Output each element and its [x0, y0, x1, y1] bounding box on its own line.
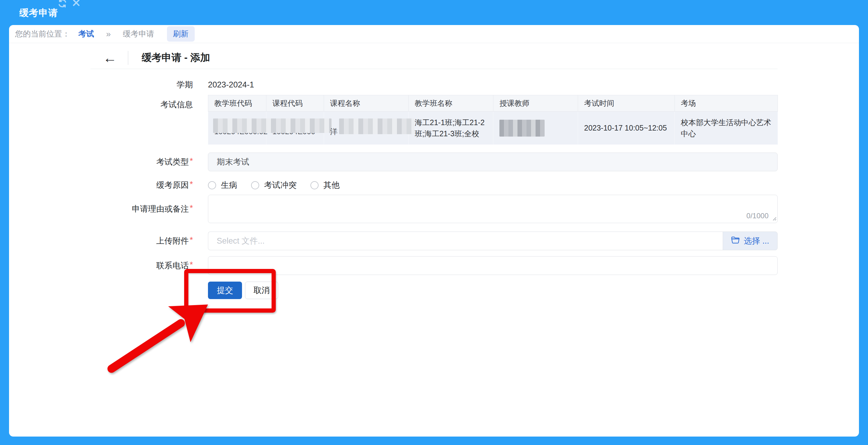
cell-class-names: 海工21-1班;海工21-2班;海工21-3班;全校 — [409, 112, 493, 145]
cell-exam-time: 2023-10-17 10:05~12:05 — [578, 112, 675, 145]
radio-icon[interactable] — [310, 181, 318, 189]
col-teaching-class-code: 教学班代码 — [208, 95, 267, 112]
redaction-block — [499, 120, 545, 137]
radio-exam-conflict[interactable]: 考试冲突 — [251, 180, 297, 190]
back-button[interactable]: ← — [103, 51, 117, 65]
screen: 缓考申请 您的当前位置： 考试 » 缓考申请 刷新 ← 缓考申请 - 添加 学期… — [0, 0, 868, 445]
required-mark: * — [190, 180, 193, 189]
col-class-names: 教学班名称 — [409, 95, 493, 112]
exam-type-label: 考试类型* — [90, 156, 193, 167]
cell-exam-room: 校本部大学生活动中心艺术中心 — [675, 112, 778, 145]
cell-teaching-class-code: 100204E000.02 — [208, 112, 267, 145]
radio-icon[interactable] — [251, 181, 259, 189]
required-mark: * — [190, 260, 193, 269]
remark-row: 申请理由或备注* 0/1000 — [90, 195, 778, 223]
page-title: 缓考申请 - 添加 — [142, 51, 210, 64]
title-divider — [128, 51, 128, 65]
redaction-block — [339, 118, 414, 134]
exam-info-table: 教学班代码 课程代码 课程名称 教学班名称 授课教师 考试时间 考场 — [208, 95, 778, 145]
col-exam-time: 考试时间 — [578, 95, 675, 112]
actions-row: 提交 取消 — [90, 281, 778, 299]
exam-info-label: 考试信息 — [90, 95, 193, 145]
upload-label: 上传附件* — [90, 235, 193, 246]
reason-row: 缓考原因* 生病 考试冲突 其他 — [90, 180, 778, 190]
breadcrumb-level1[interactable]: 考试 — [79, 29, 94, 39]
char-counter: 0/1000 — [747, 212, 769, 220]
phone-row: 联系电话* — [90, 256, 778, 275]
breadcrumb-level2: 缓考申请 — [123, 29, 154, 39]
required-mark: * — [190, 156, 193, 166]
table-row: 100204E000.02 100204E000 — [208, 112, 778, 145]
window-titlebar: 缓考申请 — [0, 0, 868, 25]
phone-input[interactable] — [208, 256, 778, 275]
folder-icon — [731, 236, 740, 246]
table-header-row: 教学班代码 课程代码 课程名称 教学班名称 授课教师 考试时间 考场 — [208, 95, 778, 112]
choose-file-button[interactable]: 选择 ... — [723, 232, 778, 250]
refresh-button[interactable]: 刷新 — [167, 26, 195, 41]
breadcrumb: 您的当前位置： 考试 » 缓考申请 刷新 — [9, 25, 859, 43]
reason-label: 缓考原因* — [90, 180, 193, 190]
radio-other[interactable]: 其他 — [310, 180, 340, 190]
col-exam-room: 考场 — [675, 95, 778, 112]
breadcrumb-separator-icon: » — [106, 29, 111, 39]
col-course-name: 课程名称 — [324, 95, 409, 112]
close-icon[interactable] — [72, 0, 81, 8]
radio-sick[interactable]: 生病 — [208, 180, 237, 190]
semester-label: 学期 — [90, 79, 193, 90]
col-teacher: 授课教师 — [493, 95, 578, 112]
cell-course-name: 洋 — [324, 112, 409, 145]
upload-row: 上传附件* 选择 ... — [90, 232, 778, 250]
remark-label: 申请理由或备注* — [90, 204, 193, 214]
page-title-row: ← 缓考申请 - 添加 — [90, 47, 778, 69]
breadcrumb-prefix: 您的当前位置： — [15, 29, 70, 39]
submit-button[interactable]: 提交 — [208, 281, 242, 299]
remark-textarea[interactable] — [208, 195, 778, 223]
exam-type-row: 考试类型* 期末考试 — [90, 153, 778, 171]
exam-type-field: 期末考试 — [208, 153, 778, 171]
required-mark: * — [190, 235, 193, 244]
refresh-icon[interactable] — [57, 0, 67, 8]
redaction-block — [271, 118, 332, 133]
radio-icon[interactable] — [208, 181, 216, 189]
exam-info-row: 考试信息 教学班代码 课程代码 课程名称 教学班名称 授课教师 考试时间 — [90, 95, 778, 145]
cell-teacher — [493, 112, 578, 145]
required-mark: * — [190, 204, 193, 212]
semester-row: 学期 2023-2024-1 — [90, 79, 778, 90]
resize-grip-icon[interactable] — [771, 215, 777, 222]
col-course-code: 课程代码 — [267, 95, 324, 112]
upload-filename-input[interactable] — [208, 232, 723, 250]
semester-value: 2023-2024-1 — [208, 80, 778, 90]
phone-label: 联系电话* — [90, 260, 193, 271]
redaction-block — [213, 118, 278, 133]
cancel-button[interactable]: 取消 — [245, 281, 278, 299]
window-title: 缓考申请 — [19, 7, 58, 19]
form-container: ← 缓考申请 - 添加 学期 2023-2024-1 考试信息 教学班代码 — [90, 47, 778, 299]
cell-course-code: 100204E000 — [267, 112, 324, 145]
